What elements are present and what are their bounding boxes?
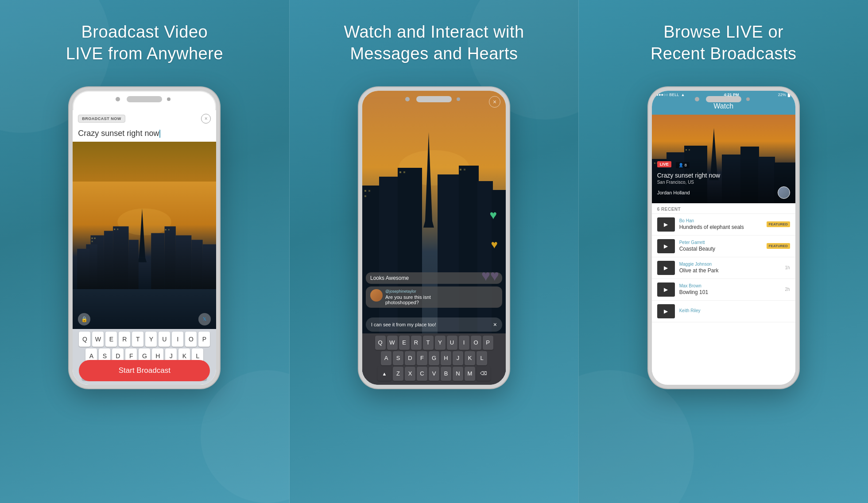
phone-1-screen: BROADCAST NOW × Crazy sunset right now bbox=[73, 110, 216, 385]
featured-card[interactable]: LIVE 👤 8 Crazy sunset right now San Fran… bbox=[652, 115, 795, 203]
recent-thumb-2: ▶ bbox=[657, 239, 675, 253]
location-lock-icon[interactable]: 🔒 bbox=[78, 313, 90, 325]
keyboard-row-1: Q W E R T Y U I O P bbox=[74, 332, 214, 347]
recent-title-4: Bowling 101 bbox=[679, 289, 781, 295]
heart-gold[interactable]: ♥ bbox=[491, 238, 498, 252]
recent-info-2: Peter Garrett Coastal Beauty bbox=[679, 240, 762, 252]
wkey-j[interactable]: J bbox=[453, 351, 463, 365]
wkey-z[interactable]: Z bbox=[393, 367, 403, 381]
start-broadcast-button[interactable]: Start Broadcast bbox=[79, 360, 210, 381]
svg-rect-52 bbox=[686, 149, 687, 151]
status-time: 4:21 PM bbox=[724, 93, 739, 97]
wkey-i[interactable]: I bbox=[459, 336, 469, 350]
key-r[interactable]: R bbox=[119, 332, 130, 347]
svg-rect-6 bbox=[77, 249, 89, 289]
wkey-l[interactable]: L bbox=[477, 351, 487, 365]
panel-watch: Watch and Interact with Messages and Hea… bbox=[289, 0, 579, 503]
wkey-y[interactable]: Y bbox=[435, 336, 446, 350]
wkey-backspace[interactable]: ⌫ bbox=[477, 367, 491, 381]
recent-item-1[interactable]: ▶ Bo Han Hundreds of elephant seals FEAT… bbox=[652, 214, 795, 236]
play-icon-1: ▶ bbox=[664, 221, 668, 228]
person-icon: 👤 bbox=[678, 163, 683, 167]
recent-title-3: Olive at the Park bbox=[679, 267, 781, 274]
wkey-a[interactable]: A bbox=[381, 351, 391, 365]
author-avatar bbox=[778, 186, 790, 199]
svg-rect-21 bbox=[168, 229, 170, 230]
wkey-p[interactable]: P bbox=[483, 336, 493, 350]
recent-info-1: Bo Han Hundreds of elephant seals bbox=[679, 218, 762, 230]
play-icon-5: ▶ bbox=[664, 308, 668, 314]
svg-rect-16 bbox=[94, 237, 96, 239]
phone-2: × ♥ ♥ ♥♥ Looks Awesome @josephinet bbox=[359, 87, 509, 388]
wkey-o[interactable]: O bbox=[471, 336, 481, 350]
wkey-x[interactable]: X bbox=[405, 367, 415, 381]
wkey-k[interactable]: K bbox=[465, 351, 475, 365]
wkey-w[interactable]: W bbox=[387, 336, 398, 350]
wkey-r[interactable]: R bbox=[411, 336, 422, 350]
svg-marker-25 bbox=[423, 221, 434, 228]
svg-rect-8 bbox=[113, 226, 128, 289]
recent-item-2[interactable]: ▶ Peter Garrett Coastal Beauty FEATURED bbox=[652, 236, 795, 257]
wkey-q[interactable]: Q bbox=[375, 336, 386, 350]
heart-green[interactable]: ♥ bbox=[489, 208, 497, 222]
wkey-t[interactable]: T bbox=[423, 336, 434, 350]
wkey-s[interactable]: S bbox=[393, 351, 403, 365]
message-1-text: Looks Awesome bbox=[370, 275, 498, 281]
wkey-b[interactable]: B bbox=[441, 367, 451, 381]
key-y[interactable]: Y bbox=[145, 332, 157, 347]
status-bar: ●●●○○ BELL ▲ 4:21 PM 22% ▊ bbox=[652, 91, 795, 99]
broadcast-title[interactable]: Crazy sunset right now bbox=[73, 127, 216, 142]
wkey-u[interactable]: U bbox=[447, 336, 457, 350]
key-p[interactable]: P bbox=[198, 332, 210, 347]
wifi-icon: ▲ bbox=[681, 93, 685, 97]
wkey-m[interactable]: M bbox=[465, 367, 475, 381]
wkey-h[interactable]: H bbox=[441, 351, 451, 365]
wkey-v[interactable]: V bbox=[429, 367, 439, 381]
key-q[interactable]: Q bbox=[79, 332, 90, 347]
message-2-avatar bbox=[370, 289, 383, 302]
svg-rect-15 bbox=[92, 237, 93, 239]
key-w[interactable]: W bbox=[92, 332, 104, 347]
svg-rect-13 bbox=[192, 240, 203, 289]
twitter-share-icon[interactable]: 𝕏 bbox=[198, 313, 211, 325]
recent-info-3: Maggie Johnson Olive at the Park bbox=[679, 262, 781, 274]
recent-thumb-4: ▶ bbox=[657, 282, 675, 297]
wkey-g[interactable]: G bbox=[429, 351, 439, 365]
svg-rect-53 bbox=[689, 149, 690, 151]
svg-rect-10 bbox=[151, 233, 165, 289]
input-close-icon[interactable]: × bbox=[493, 321, 497, 328]
wkey-c[interactable]: C bbox=[417, 367, 427, 381]
svg-rect-7 bbox=[104, 231, 113, 289]
recent-author-5: Keith Riley bbox=[679, 308, 786, 313]
wkey-d[interactable]: D bbox=[405, 351, 415, 365]
svg-rect-34 bbox=[368, 190, 370, 192]
svg-marker-3 bbox=[138, 258, 147, 262]
recent-time-3: 1h bbox=[785, 265, 790, 270]
play-icon-2: ▶ bbox=[664, 243, 668, 249]
watch-close-button[interactable]: × bbox=[489, 96, 500, 108]
key-o[interactable]: O bbox=[185, 332, 197, 347]
wkey-f[interactable]: F bbox=[417, 351, 427, 365]
input-bar-text: I can see it from my place too! bbox=[371, 322, 436, 327]
broadcast-header: BROADCAST NOW × bbox=[73, 110, 216, 127]
nav-title: Watch bbox=[713, 102, 733, 110]
broadcast-image: 🔒 𝕏 bbox=[73, 142, 216, 329]
viewer-count: 👤 8 bbox=[676, 162, 690, 168]
recent-info-5: Keith Riley bbox=[679, 308, 786, 314]
close-button[interactable]: × bbox=[201, 114, 211, 124]
wkey-n[interactable]: N bbox=[453, 367, 463, 381]
recent-item-3[interactable]: ▶ Maggie Johnson Olive at the Park 1h bbox=[652, 257, 795, 279]
svg-rect-9 bbox=[129, 240, 139, 289]
wkey-e[interactable]: E bbox=[399, 336, 410, 350]
key-t[interactable]: T bbox=[132, 332, 143, 347]
message-input-bar[interactable]: I can see it from my place too! × bbox=[366, 317, 502, 332]
recent-thumb-3: ▶ bbox=[657, 261, 675, 275]
svg-rect-12 bbox=[176, 235, 191, 289]
key-i[interactable]: I bbox=[172, 332, 183, 347]
wkey-shift[interactable]: ▲ bbox=[377, 367, 391, 381]
key-e[interactable]: E bbox=[105, 332, 117, 347]
recent-item-5[interactable]: ▶ Keith Riley bbox=[652, 301, 795, 322]
recent-item-4[interactable]: ▶ Max Brown Bowling 101 2h bbox=[652, 279, 795, 301]
recent-author-3: Maggie Johnson bbox=[679, 262, 781, 267]
key-u[interactable]: U bbox=[159, 332, 170, 347]
